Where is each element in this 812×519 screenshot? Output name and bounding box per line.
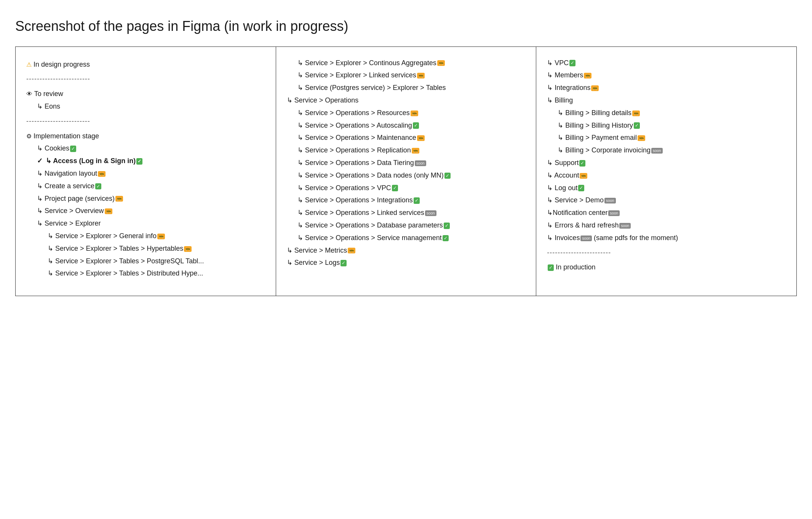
soon-badge: soon bbox=[425, 210, 436, 216]
soon-badge: soon bbox=[604, 198, 616, 203]
item-text: ↳ Service > Operations > Data Tiering bbox=[297, 159, 414, 167]
item-text: To review bbox=[32, 90, 63, 98]
list-item: ↳ Service > Explorer bbox=[26, 218, 265, 229]
list-item: ✓↳ Access (Log in & Sign in)✓ bbox=[26, 155, 265, 167]
page-wrapper: Screenshot of the pages in Figma (in wor… bbox=[0, 0, 812, 319]
item-text: ↳ Service > Explorer > General info bbox=[48, 232, 157, 240]
green-check-badge: ✓ bbox=[634, 122, 640, 129]
item-text: ↳ Service > Operations > Autoscaling bbox=[297, 122, 412, 129]
soon-badge: soon bbox=[651, 148, 663, 154]
item-text: ↳ Navigation layout bbox=[37, 170, 97, 177]
column-2: ↳ Service > Explorer > Continous Aggrega… bbox=[276, 47, 537, 296]
soon-badge: soon bbox=[580, 235, 592, 241]
item-extra: (same pdfs for the moment) bbox=[592, 234, 678, 242]
item-text: ↳ Service > Explorer bbox=[37, 219, 101, 227]
list-item: ------------------------ bbox=[26, 74, 265, 85]
list-item: ↳ Service > Demosoon bbox=[547, 195, 786, 206]
wip-badge: 🚧 bbox=[437, 60, 445, 66]
list-item: ↳ Service > Explorer > General info🚧 bbox=[26, 231, 265, 242]
wip-badge: 🚧 bbox=[632, 111, 640, 116]
item-text: ↳ Service > Explorer > Linked services bbox=[297, 71, 416, 79]
list-item: ✓ In production bbox=[547, 262, 786, 273]
item-text: ↳ Service > Operations > Maintenance bbox=[297, 134, 416, 141]
list-item: ↳ Service > Operations > Database parame… bbox=[287, 220, 526, 231]
eye-icon: 👁 bbox=[26, 91, 32, 97]
item-text: ↳ Billing bbox=[547, 96, 573, 104]
item-text: ↳ Service > Overview bbox=[37, 207, 104, 215]
green-check-icon: ✓ bbox=[548, 264, 554, 271]
list-item: ↳ Service > Operations > Resources🚧 bbox=[287, 107, 526, 119]
columns-wrapper: ⚠ In design progress--------------------… bbox=[15, 47, 797, 296]
item-text: ↳ Errors & hard refresh bbox=[547, 221, 619, 229]
list-item: ------------------------ bbox=[547, 247, 786, 258]
list-item: ↳ Billing > Billing details🚧 bbox=[547, 107, 786, 119]
item-text: In design progress bbox=[32, 61, 90, 68]
green-check-badge: ✓ bbox=[95, 183, 101, 190]
green-check-badge: ✓ bbox=[578, 185, 584, 191]
list-item: ↳ Project page (services)🚧 bbox=[26, 193, 265, 204]
item-text: ↳ Service > Explorer > Continous Aggrega… bbox=[297, 59, 436, 67]
item-text: ↳ VPC bbox=[547, 59, 569, 67]
list-item: ↳ Service > Operations > VPC✓ bbox=[287, 183, 526, 194]
item-text: ↳ Cookies bbox=[37, 144, 69, 152]
item-text: ↳ Service > Explorer > Tables > Distribu… bbox=[48, 269, 203, 277]
item-text: ↳ Billing > Corporate invoicing bbox=[558, 146, 651, 154]
warning-icon: ⚠ bbox=[26, 61, 32, 68]
green-check-badge: ✓ bbox=[569, 60, 575, 66]
checkmark-indicator: ✓ bbox=[37, 157, 43, 165]
list-item: ↳ Members🚧 bbox=[547, 70, 786, 81]
gear-icon: ⚙ bbox=[26, 133, 32, 139]
item-text: ↳ Service > Explorer > Tables > PostgreS… bbox=[48, 257, 204, 265]
list-item: ↳ Billing > Corporate invoicingsoon bbox=[547, 145, 786, 156]
soon-badge: soon bbox=[619, 223, 631, 229]
item-text: In production bbox=[554, 263, 595, 271]
green-check-badge: ✓ bbox=[444, 223, 450, 229]
list-item: ↳ Support✓ bbox=[547, 157, 786, 168]
list-item: ↳ Account🚧 bbox=[547, 170, 786, 181]
wip-badge: 🚧 bbox=[417, 73, 425, 78]
list-item: ↳ Service > Operations > Replication🚧 bbox=[287, 145, 526, 156]
item-text: ↳ Support bbox=[547, 159, 579, 167]
item-text: ↳ Service > Operations > Integrations bbox=[297, 196, 413, 204]
list-item: ↳ Log out✓ bbox=[547, 183, 786, 194]
green-check-badge: ✓ bbox=[392, 185, 398, 191]
list-item: ↳ Service > Explorer > Continous Aggrega… bbox=[287, 58, 526, 69]
list-item: ↳ Service > Operations > Autoscaling✓ bbox=[287, 120, 526, 131]
list-item: ↳ Service > Logs✓ bbox=[287, 257, 526, 268]
wip-badge: 🚧 bbox=[105, 208, 112, 214]
wip-badge: 🚧 bbox=[348, 248, 355, 253]
column-1: ⚠ In design progress--------------------… bbox=[16, 47, 276, 296]
item-text: ↳ Service (Postgres service) > Explorer … bbox=[297, 84, 446, 91]
wip-badge: 🚧 bbox=[411, 111, 418, 116]
list-item: ↳Notification centersoon bbox=[547, 207, 786, 218]
list-item: ↳ Service > Operations > Linked services… bbox=[287, 207, 526, 218]
green-check-badge: ✓ bbox=[414, 197, 420, 204]
wip-badge: 🚧 bbox=[184, 246, 192, 252]
list-item: ↳ Invoicessoon (same pdfs for the moment… bbox=[547, 232, 786, 243]
list-item: ↳ Service > Operations > Service managem… bbox=[287, 232, 526, 243]
item-text: ↳ Billing > Billing details bbox=[558, 109, 631, 117]
list-item: ↳ Billing bbox=[547, 95, 786, 106]
list-item: ⚠ In design progress bbox=[26, 59, 265, 70]
wip-badge: 🚧 bbox=[580, 173, 587, 179]
item-text: ↳Notification center bbox=[547, 209, 607, 216]
item-text: ↳ Service > Operations > Data nodes (onl… bbox=[297, 171, 444, 179]
list-item: ↳ Cookies✓ bbox=[26, 143, 265, 154]
item-text: ↳ Billing > Payment email bbox=[558, 134, 637, 141]
green-check-badge: ✓ bbox=[413, 122, 419, 129]
list-item: ↳ Service > Explorer > Tables > Distribu… bbox=[26, 268, 265, 279]
wip-badge: 🚧 bbox=[417, 135, 425, 141]
item-text: ↳ Service > Operations > Linked services bbox=[297, 209, 424, 216]
list-item: ↳ Service > Operations > Data nodes (onl… bbox=[287, 170, 526, 181]
list-item: ↳ Service > Explorer > Linked services🚧 bbox=[287, 70, 526, 81]
item-text: ↳ Service > Operations bbox=[287, 96, 359, 104]
list-item: ↳ Service > Metrics🚧 bbox=[287, 245, 526, 256]
item-text: Implementation stage bbox=[32, 132, 99, 140]
soon-badge: soon bbox=[415, 160, 426, 166]
wip-badge: 🚧 bbox=[412, 148, 419, 154]
item-text: ↳ Integrations bbox=[547, 84, 590, 91]
list-item: ↳ Service > Operations > Integrations✓ bbox=[287, 195, 526, 206]
item-text: ↳ Members bbox=[547, 71, 583, 79]
page-title: Screenshot of the pages in Figma (in wor… bbox=[15, 15, 797, 37]
wip-badge: 🚧 bbox=[584, 73, 591, 78]
